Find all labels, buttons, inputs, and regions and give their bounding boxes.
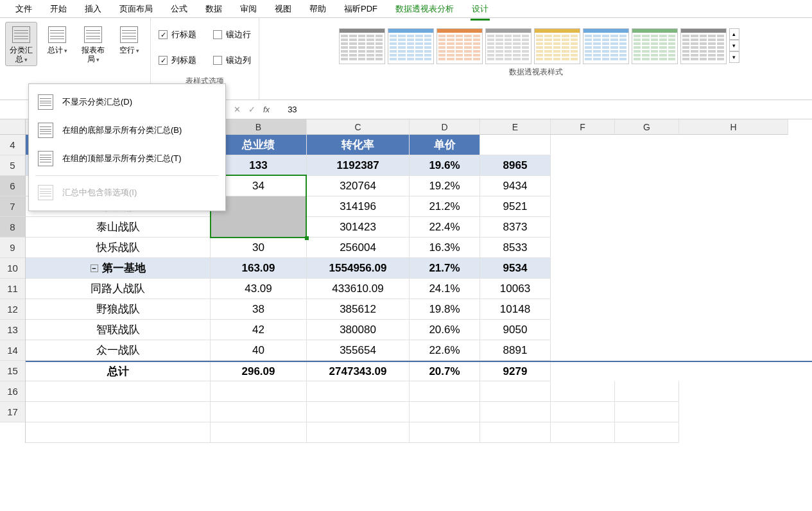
row-header[interactable]: 10 [0,258,25,279]
cell[interactable]: 8373 [480,217,551,238]
cell[interactable]: 24.1% [410,279,480,299]
dropdown-item[interactable]: 在组的顶部显示所有分类汇总(T) [29,144,225,173]
menu-item[interactable]: 帮助 [300,1,335,17]
row-header[interactable]: 7 [0,196,25,217]
cell[interactable]: 9534 [480,258,551,279]
gallery-down-icon[interactable]: ▾ [729,40,739,51]
cell[interactable]: 19.8% [410,299,480,320]
menu-item[interactable]: 设计 [463,1,497,17]
pivot-header-cell[interactable]: 单价 [410,135,480,155]
menu-item[interactable]: 视图 [266,1,300,17]
cell[interactable]: 320764 [307,176,410,196]
cell[interactable]: 256004 [307,238,410,258]
style-thumb[interactable] [388,28,434,64]
cell[interactable]: 9434 [480,176,551,196]
menu-item[interactable]: 文件 [6,1,41,17]
col-header[interactable]: E [480,119,551,135]
dropdown-item[interactable]: 不显示分类汇总(D) [29,88,225,116]
style-thumb[interactable] [680,28,727,64]
cell[interactable]: 30 [211,238,307,258]
cell[interactable]: 301423 [307,217,410,238]
cell[interactable]: 355654 [307,340,410,361]
cell[interactable]: 314196 [307,196,410,217]
row-label[interactable]: 众一战队 [26,340,211,361]
cell[interactable]: 10148 [480,299,551,320]
menu-item[interactable]: 数据 [196,1,231,17]
cell[interactable]: 36 [211,217,307,238]
cell[interactable]: 8965 [480,155,551,176]
col-header[interactable]: D [410,119,480,135]
cell[interactable]: 16.3% [410,238,480,258]
menu-item[interactable]: 审阅 [231,1,266,17]
row-header[interactable]: 16 [0,381,25,402]
cell[interactable]: 43.09 [211,279,307,299]
style-thumb[interactable] [339,28,385,64]
cell[interactable]: 20.6% [410,320,480,340]
style-thumb[interactable] [436,28,483,64]
ribbon-button[interactable]: 总计▾ [41,22,73,57]
cell[interactable]: 19.2% [410,176,480,196]
cell[interactable]: 42 [211,320,307,340]
menu-item[interactable]: 页面布局 [110,1,162,17]
row-label[interactable]: 泰山战队 [26,217,211,238]
style-thumb[interactable] [485,28,531,64]
cell[interactable]: 9050 [480,320,551,340]
checkbox-row[interactable]: 行标题 [159,27,196,42]
cell[interactable]: 10063 [480,279,551,299]
confirm-icon[interactable]: ✓ [248,105,255,114]
dropdown-item[interactable]: 在组的底部显示所有分类汇总(B) [29,116,225,144]
cell[interactable]: 385612 [307,299,410,320]
checkbox-row[interactable]: 列标题 [159,53,196,68]
row-header[interactable]: 17 [0,402,25,422]
cell[interactable]: 22.4% [410,217,480,238]
ribbon-button[interactable]: 报表布局▾ [77,22,109,66]
row-header[interactable]: 9 [0,238,25,258]
cell[interactable]: 296.09 [211,362,307,381]
cancel-icon[interactable]: ✕ [234,105,241,114]
ribbon-button[interactable]: 分类汇总▾ [5,22,37,66]
cell[interactable]: 21.7% [410,258,480,279]
row-header[interactable]: 13 [0,320,25,340]
row-label[interactable]: 智联战队 [26,320,211,340]
row-header[interactable]: 6 [0,176,25,196]
col-header[interactable]: G [615,119,679,135]
cell[interactable]: 9279 [480,362,551,381]
cell[interactable]: 20.7% [410,362,480,381]
row-label[interactable]: −第一基地 [26,258,211,279]
cell[interactable]: 8533 [480,238,551,258]
row-label[interactable]: 快乐战队 [26,238,211,258]
col-header[interactable]: F [551,119,615,135]
menu-item[interactable]: 福昕PDF [335,1,386,17]
col-header[interactable]: H [679,119,788,135]
select-all-corner[interactable] [0,119,25,135]
row-header[interactable]: 11 [0,279,25,299]
cell[interactable]: 38 [211,299,307,320]
style-thumb[interactable] [632,28,678,64]
fx-icon[interactable]: fx [263,105,270,114]
checkbox-row[interactable]: 镶边行 [213,27,251,42]
row-label[interactable]: 总计 [26,362,211,381]
cell[interactable]: 22.6% [410,340,480,361]
row-header[interactable]: 4 [0,135,25,155]
row-label[interactable]: 同路人战队 [26,279,211,299]
cell[interactable]: 8891 [480,340,551,361]
row-label[interactable]: 野狼战队 [26,299,211,320]
col-header[interactable]: C [307,119,410,135]
cell[interactable]: 380080 [307,320,410,340]
formula-value[interactable]: 33 [279,105,297,114]
cell[interactable]: 433610.09 [307,279,410,299]
row-header[interactable]: 5 [0,155,25,176]
style-thumb[interactable] [583,28,629,64]
row-header[interactable]: 15 [0,361,25,381]
menu-item[interactable]: 公式 [162,1,196,17]
cell[interactable]: 21.2% [410,196,480,217]
gallery-up-icon[interactable]: ▴ [729,28,739,40]
cell[interactable]: 1192387 [307,155,410,176]
cell[interactable]: 19.6% [410,155,480,176]
pivot-header-cell[interactable]: 转化率 [307,135,410,155]
menu-item[interactable]: 数据透视表分析 [386,1,463,17]
menu-item[interactable]: 开始 [41,1,76,17]
cell[interactable]: 2747343.09 [307,362,410,381]
cell[interactable]: 1554956.09 [307,258,410,279]
row-header[interactable]: 12 [0,299,25,320]
